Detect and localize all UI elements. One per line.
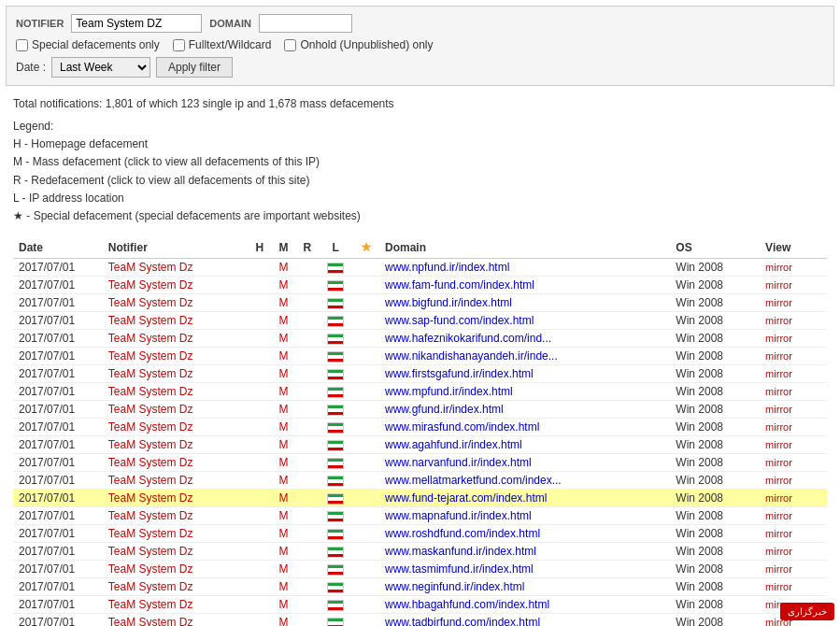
cell-view[interactable]: mirror (760, 330, 827, 348)
cell-notifier[interactable]: TeaM System Dz (103, 401, 249, 419)
cell-notifier[interactable]: TeaM System Dz (103, 614, 249, 626)
cell-notifier[interactable]: TeaM System Dz (103, 596, 249, 614)
mass-link[interactable]: M (278, 598, 288, 611)
cell-domain[interactable]: www.nikandishanayandeh.ir/inde... (379, 348, 670, 365)
mass-link[interactable]: M (278, 562, 288, 576)
domain-input[interactable] (259, 14, 352, 33)
notifier-link[interactable]: TeaM System Dz (108, 314, 193, 327)
cell-m[interactable]: M (271, 454, 295, 472)
cell-view[interactable]: mirror (760, 436, 827, 454)
cell-m[interactable]: M (271, 383, 295, 401)
mass-link[interactable]: M (278, 314, 288, 327)
cell-domain[interactable]: www.fam-fund.com/index.html (379, 277, 670, 294)
cell-view[interactable]: mirror (760, 525, 827, 543)
mass-link[interactable]: M (278, 545, 288, 558)
cell-notifier[interactable]: TeaM System Dz (103, 561, 249, 578)
domain-link[interactable]: www.mirasfund.com/index.html (385, 420, 539, 434)
cell-domain[interactable]: www.roshdfund.com/index.html (379, 525, 670, 543)
cell-domain[interactable]: www.gfund.ir/index.html (379, 401, 670, 419)
cell-notifier[interactable]: TeaM System Dz (103, 383, 249, 401)
cell-notifier[interactable]: TeaM System Dz (103, 277, 249, 294)
cell-notifier[interactable]: TeaM System Dz (103, 419, 249, 436)
notifier-link[interactable]: TeaM System Dz (108, 509, 193, 522)
cell-notifier[interactable]: TeaM System Dz (103, 312, 249, 330)
cell-notifier[interactable]: TeaM System Dz (103, 259, 249, 277)
mirror-link[interactable]: mirror (765, 297, 792, 308)
cell-view[interactable]: mirror (760, 312, 827, 330)
domain-link[interactable]: www.mellatmarketfund.com/index... (385, 474, 562, 487)
mirror-link[interactable]: mirror (765, 333, 792, 344)
mirror-link[interactable]: mirror (765, 563, 792, 575)
mass-link[interactable]: M (278, 332, 288, 345)
special-checkbox[interactable] (16, 39, 28, 51)
onhold-checkbox-label[interactable]: Onhold (Unpublished) only (284, 38, 433, 51)
cell-view[interactable]: mirror (760, 348, 827, 365)
notifier-link[interactable]: TeaM System Dz (108, 474, 193, 487)
mirror-link[interactable]: mirror (765, 492, 792, 504)
cell-m[interactable]: M (271, 259, 295, 277)
cell-m[interactable]: M (271, 401, 295, 419)
cell-notifier[interactable]: TeaM System Dz (103, 543, 249, 561)
mirror-link[interactable]: mirror (765, 404, 792, 415)
domain-link[interactable]: www.tasmimfund.ir/index.html (385, 562, 534, 576)
cell-view[interactable]: mirror (760, 277, 827, 294)
apply-filter-button[interactable]: Apply filter (156, 57, 233, 78)
cell-view[interactable]: mirror (760, 561, 827, 578)
cell-m[interactable]: M (271, 543, 295, 561)
mirror-link[interactable]: mirror (765, 581, 792, 592)
domain-link[interactable]: www.roshdfund.com/index.html (385, 527, 540, 540)
cell-m[interactable]: M (271, 490, 295, 507)
cell-domain[interactable]: www.fund-tejarat.com/index.html (379, 490, 670, 507)
cell-domain[interactable]: www.hbagahfund.com/index.html (379, 596, 670, 614)
domain-link[interactable]: www.fund-tejarat.com/index.html (385, 491, 547, 505)
cell-domain[interactable]: www.bigfund.ir/index.html (379, 294, 670, 312)
mass-link[interactable]: M (278, 385, 288, 398)
notifier-link[interactable]: TeaM System Dz (108, 580, 193, 593)
cell-view[interactable]: mirror (760, 454, 827, 472)
cell-domain[interactable]: www.maskanfund.ir/index.html (379, 543, 670, 561)
cell-m[interactable]: M (271, 614, 295, 626)
notifier-link[interactable]: TeaM System Dz (108, 349, 193, 363)
cell-view[interactable]: mirror (760, 419, 827, 436)
cell-view[interactable]: mirror (760, 383, 827, 401)
cell-notifier[interactable]: TeaM System Dz (103, 436, 249, 454)
domain-link[interactable]: www.tadbirfund.com/index.html (385, 616, 540, 626)
domain-link[interactable]: www.firstsgafund.ir/index.html (385, 367, 534, 380)
cell-m[interactable]: M (271, 348, 295, 365)
mirror-link[interactable]: mirror (765, 510, 792, 521)
cell-view[interactable]: mirror (760, 507, 827, 525)
onhold-checkbox[interactable] (284, 39, 296, 51)
mass-link[interactable]: M (278, 491, 288, 505)
mass-link[interactable]: M (278, 367, 288, 380)
cell-m[interactable]: M (271, 561, 295, 578)
notifier-link[interactable]: TeaM System Dz (108, 545, 193, 558)
cell-m[interactable]: M (271, 294, 295, 312)
cell-domain[interactable]: www.npfund.ir/index.html (379, 259, 670, 277)
mass-link[interactable]: M (278, 456, 288, 469)
mass-link[interactable]: M (278, 616, 288, 626)
mirror-link[interactable]: mirror (765, 439, 792, 450)
notifier-link[interactable]: TeaM System Dz (108, 562, 193, 576)
cell-m[interactable]: M (271, 365, 295, 383)
cell-m[interactable]: M (271, 419, 295, 436)
cell-domain[interactable]: www.neginfund.ir/index.html (379, 578, 670, 596)
cell-notifier[interactable]: TeaM System Dz (103, 365, 249, 383)
mirror-link[interactable]: mirror (765, 475, 792, 486)
notifier-link[interactable]: TeaM System Dz (108, 385, 193, 398)
notifier-link[interactable]: TeaM System Dz (108, 598, 193, 611)
cell-domain[interactable]: www.agahfund.ir/index.html (379, 436, 670, 454)
cell-domain[interactable]: www.firstsgafund.ir/index.html (379, 365, 670, 383)
notifier-link[interactable]: TeaM System Dz (108, 420, 193, 434)
domain-link[interactable]: www.neginfund.ir/index.html (385, 580, 524, 593)
cell-view[interactable]: mirror (760, 578, 827, 596)
cell-notifier[interactable]: TeaM System Dz (103, 490, 249, 507)
notifier-link[interactable]: TeaM System Dz (108, 332, 193, 345)
notifier-link[interactable]: TeaM System Dz (108, 403, 193, 416)
cell-m[interactable]: M (271, 507, 295, 525)
domain-link[interactable]: www.narvanfund.ir/index.html (385, 456, 532, 469)
cell-domain[interactable]: www.mapnafund.ir/index.html (379, 507, 670, 525)
domain-link[interactable]: www.bigfund.ir/index.html (385, 296, 512, 309)
mirror-link[interactable]: mirror (765, 350, 792, 362)
domain-link[interactable]: www.npfund.ir/index.html (385, 261, 509, 274)
cell-m[interactable]: M (271, 578, 295, 596)
